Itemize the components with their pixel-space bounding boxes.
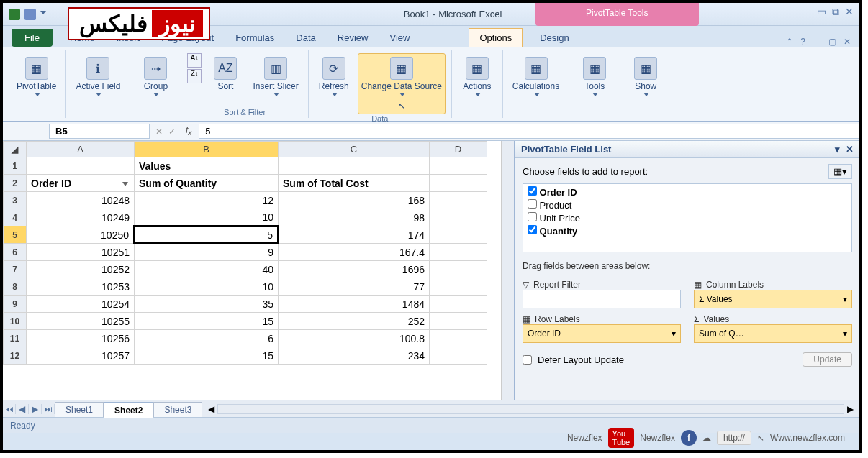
sum-qty-header[interactable]: Sum of Quantity xyxy=(135,175,279,192)
doc-restore-icon[interactable]: ▢ xyxy=(828,37,836,47)
minimize-ribbon-icon[interactable]: ⌃ xyxy=(786,37,793,47)
sheet-tab-2[interactable]: Sheet2 xyxy=(104,402,153,418)
tab-formulas[interactable]: Formulas xyxy=(231,29,279,47)
row-header[interactable]: 5 xyxy=(4,226,27,244)
cell[interactable]: 12 xyxy=(135,192,279,209)
tab-nav-prev-icon[interactable]: ◀ xyxy=(16,404,29,414)
tab-nav-first-icon[interactable]: ⏮ xyxy=(3,404,16,414)
cell[interactable]: 168 xyxy=(279,192,430,209)
cell[interactable] xyxy=(430,226,487,244)
horizontal-scrollbar[interactable] xyxy=(217,404,844,414)
row-header[interactable]: 6 xyxy=(4,244,27,261)
values-zone[interactable]: Sum of Q…▾ xyxy=(694,324,852,343)
row-labels-zone[interactable]: Order ID▾ xyxy=(523,324,681,343)
order-id-header[interactable]: Order ID xyxy=(27,175,135,192)
close-icon[interactable]: ✕ xyxy=(845,6,854,18)
tab-data[interactable]: Data xyxy=(291,29,320,47)
cell[interactable] xyxy=(430,244,487,261)
sum-cost-header[interactable]: Sum of Total Cost xyxy=(279,175,430,192)
vertical-scrollbar[interactable] xyxy=(501,141,514,400)
row-header[interactable]: 3 xyxy=(4,192,27,209)
tab-options[interactable]: Options xyxy=(469,28,523,47)
row-header[interactable]: 12 xyxy=(4,347,27,365)
calculations-button[interactable]: ▦ Calculations xyxy=(509,53,563,103)
col-header-c[interactable]: C xyxy=(279,142,430,157)
sheet-tab-1[interactable]: Sheet1 xyxy=(55,402,104,417)
sort-az-buttons[interactable]: A↓ Z↓ xyxy=(187,53,202,83)
tab-view[interactable]: View xyxy=(385,29,414,47)
field-checkbox[interactable] xyxy=(528,212,537,221)
cell[interactable]: 167.4 xyxy=(279,244,430,261)
name-box[interactable]: B5 xyxy=(49,124,150,139)
cancel-formula-icon[interactable]: ✕ xyxy=(153,127,166,137)
cell[interactable]: 10255 xyxy=(27,313,135,330)
select-all-corner[interactable]: ◢ xyxy=(4,142,27,157)
cell[interactable]: 10256 xyxy=(27,330,135,347)
field-list[interactable]: Order ID Product Unit Price Quantity xyxy=(523,183,852,252)
tab-nav-last-icon[interactable]: ⏭ xyxy=(42,404,55,414)
sheet-tab-3[interactable]: Sheet3 xyxy=(153,402,202,417)
defer-layout-checkbox[interactable] xyxy=(523,355,532,365)
cell[interactable]: 5 xyxy=(135,226,279,244)
cell[interactable]: 77 xyxy=(279,278,430,296)
cell[interactable] xyxy=(430,261,487,278)
col-header-b[interactable]: B xyxy=(135,142,279,157)
sort-desc-icon[interactable]: Z↓ xyxy=(187,69,202,83)
insert-slicer-button[interactable]: ▥ Insert Slicer xyxy=(249,53,302,103)
cell[interactable] xyxy=(430,347,487,365)
field-checkbox[interactable] xyxy=(528,225,537,234)
cell[interactable]: 10251 xyxy=(27,244,135,261)
doc-close-icon[interactable]: ✕ xyxy=(844,37,851,47)
cell[interactable]: 15 xyxy=(135,313,279,330)
sort-asc-icon[interactable]: A↓ xyxy=(187,53,202,68)
cell[interactable]: 10249 xyxy=(27,209,135,226)
cell[interactable]: 10254 xyxy=(27,296,135,313)
fx-icon[interactable]: fx xyxy=(178,125,199,137)
field-item[interactable]: Product xyxy=(525,198,850,211)
actions-button[interactable]: ▦ Actions xyxy=(458,53,497,103)
field-item[interactable]: Order ID xyxy=(525,186,850,198)
update-button[interactable]: Update xyxy=(803,352,852,367)
col-header-d[interactable]: D xyxy=(430,142,487,157)
show-button[interactable]: ▦ Show xyxy=(626,53,665,103)
col-header-a[interactable]: A xyxy=(27,142,135,157)
qat-dropdown-icon[interactable] xyxy=(40,11,46,17)
cell[interactable]: 252 xyxy=(279,313,430,330)
formula-input[interactable]: 5 xyxy=(199,124,859,139)
row-header[interactable]: 1 xyxy=(4,157,27,175)
sort-button[interactable]: AZ Sort xyxy=(206,53,245,95)
worksheet-grid[interactable]: ◢ A B C D 1 Values 2 Order ID xyxy=(3,141,501,400)
file-tab[interactable]: File xyxy=(12,29,53,47)
row-header[interactable]: 8 xyxy=(4,278,27,296)
row-header[interactable]: 9 xyxy=(4,296,27,313)
cell[interactable]: 10 xyxy=(135,278,279,296)
save-icon[interactable] xyxy=(24,9,36,20)
cell[interactable]: 6 xyxy=(135,330,279,347)
layout-options-icon[interactable]: ▦▾ xyxy=(828,164,852,179)
refresh-button[interactable]: ⟳ Refresh xyxy=(315,53,353,103)
tools-button[interactable]: ▦ Tools xyxy=(575,53,614,103)
cell[interactable] xyxy=(430,330,487,347)
row-header[interactable]: 4 xyxy=(4,209,27,226)
cell[interactable]: 10250 xyxy=(27,226,135,244)
cell[interactable]: 15 xyxy=(135,347,279,365)
cell[interactable] xyxy=(430,296,487,313)
cell[interactable]: 1696 xyxy=(279,261,430,278)
tab-review[interactable]: Review xyxy=(333,29,373,47)
help-icon[interactable]: ? xyxy=(800,37,805,47)
cell[interactable] xyxy=(430,278,487,296)
doc-minimize-icon[interactable]: — xyxy=(813,37,821,47)
change-data-source-button[interactable]: ▦ Change Data Source ↖ xyxy=(358,53,446,114)
column-labels-zone[interactable]: Σ Values▾ xyxy=(694,290,852,308)
field-item[interactable]: Unit Price xyxy=(525,211,850,224)
row-header[interactable]: 2 xyxy=(4,175,27,192)
cell[interactable]: 35 xyxy=(135,296,279,313)
tab-design[interactable]: Design xyxy=(535,29,573,47)
values-header[interactable]: Values xyxy=(135,157,279,175)
cell[interactable]: 9 xyxy=(135,244,279,261)
cell[interactable]: 234 xyxy=(279,347,430,365)
restore-icon[interactable]: ⧉ xyxy=(832,6,839,18)
filter-dropdown-icon[interactable] xyxy=(122,182,128,189)
row-header[interactable]: 11 xyxy=(4,330,27,347)
cell[interactable]: 98 xyxy=(279,209,430,226)
